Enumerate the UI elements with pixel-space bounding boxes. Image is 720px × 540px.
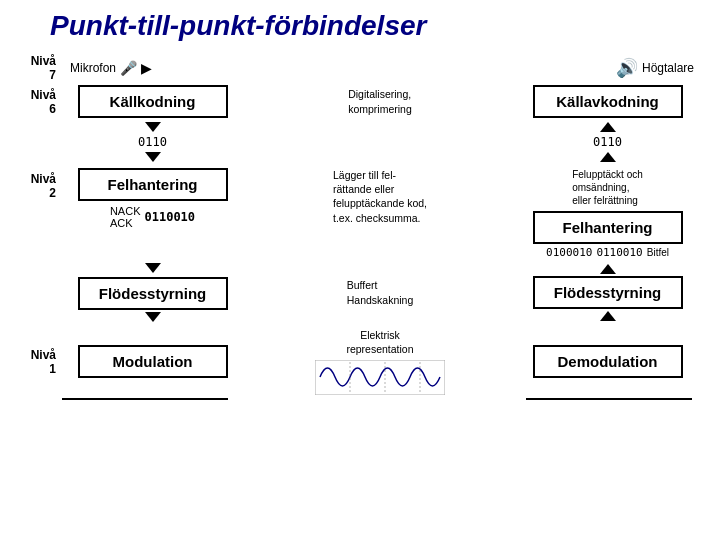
code-0110-left: 0110 xyxy=(138,135,167,149)
page-title: Punkt-till-punkt-förbindelser xyxy=(50,10,700,42)
level1-label: Nivå1 xyxy=(20,348,60,376)
buffert-text: Buffert Handskakning xyxy=(347,278,414,306)
level7-label: Nivå7 xyxy=(20,54,60,82)
speaker-icon: 🔊 xyxy=(616,57,638,79)
bitfel-label: Bitfel xyxy=(647,247,669,258)
elektrisk-text: Elektrisk representation xyxy=(346,328,413,356)
arrow-down-left6b xyxy=(145,152,161,162)
källavkodning-box: Källavkodning xyxy=(533,85,683,118)
feltext2: Felupptäckt och omsändning, eller felrät… xyxy=(572,168,643,207)
modulation-box: Modulation xyxy=(78,345,228,378)
bottom-line-left xyxy=(62,398,228,400)
arrow-down-flo-left2 xyxy=(145,312,161,322)
code0110-row: 0110 0110 xyxy=(20,120,700,164)
level1-row: Nivå1 Modulation Elektrisk representatio… xyxy=(20,328,700,395)
flodesstyrning-right-box: Flödesstyrning xyxy=(533,276,683,309)
feltext1: Lägger till fel- rättande eller felupptä… xyxy=(333,168,427,225)
code2-label: 0100010 xyxy=(546,246,592,259)
level6-row: Nivå6 Källkodning Digitalisering, kompri… xyxy=(20,85,700,118)
arrow-down-flo-left xyxy=(145,263,161,273)
level2-felhantering-row: Nivå2 Felhantering NACK ACK 0110010 Lägg… xyxy=(20,168,700,259)
felhantering-left-box: Felhantering xyxy=(78,168,228,201)
level2-label: Nivå2 xyxy=(20,168,60,200)
content-wrapper: Nivå7 Mikrofon 🎤 ▶ 🔊 Högtalare Nivå6 xyxy=(20,54,700,400)
sine-wave xyxy=(315,360,445,395)
code1-label: 0110010 xyxy=(144,210,195,224)
arrow-up-right6 xyxy=(600,122,616,132)
mikrofon-label: Mikrofon xyxy=(70,61,116,75)
code-0110-right: 0110 xyxy=(593,135,622,149)
digitalisering-area: Digitalisering, komprimering xyxy=(245,87,515,115)
ack-label: ACK xyxy=(110,217,141,229)
digitalisering-text: Digitalisering, komprimering xyxy=(348,87,412,115)
level7-row: Nivå7 Mikrofon 🎤 ▶ 🔊 Högtalare xyxy=(20,54,700,82)
mic-icon: 🎤 xyxy=(120,60,137,76)
bottom-line-right xyxy=(526,398,692,400)
nack-label: NACK xyxy=(110,205,141,217)
felhantering-right-box: Felhantering xyxy=(533,211,683,244)
code3-label: 0110010 xyxy=(596,246,642,259)
arrow-right-icon: ▶ xyxy=(141,60,152,76)
arrow-up-flo-right2 xyxy=(600,311,616,321)
arrow-up-right6b xyxy=(600,152,616,162)
arrow-down-left6 xyxy=(145,122,161,132)
feltext-area: Lägger till fel- rättande eller felupptä… xyxy=(245,168,515,231)
flodesstyrning-left-box: Flödesstyrning xyxy=(78,277,228,310)
flodesstyrning-row: Flödesstyrning Buffert Handskakning Flöd… xyxy=(20,261,700,324)
hogtalare-label: Högtalare xyxy=(642,61,694,75)
elektrisk-area: Elektrisk representation xyxy=(245,328,515,395)
page: Punkt-till-punkt-förbindelser Nivå7 Mikr… xyxy=(0,0,720,540)
källkodning-box: Källkodning xyxy=(78,85,228,118)
level6-label: Nivå6 xyxy=(20,88,60,116)
demodulation-box: Demodulation xyxy=(533,345,683,378)
buffert-area: Buffert Handskakning xyxy=(245,278,515,306)
arrow-up-flo-right xyxy=(600,264,616,274)
